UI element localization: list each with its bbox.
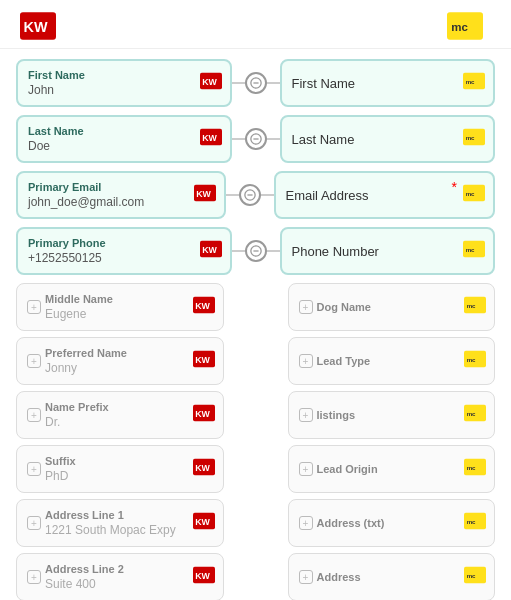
- unmapped-left-label-3: Suffix: [45, 455, 76, 467]
- svg-text:KW: KW: [195, 571, 210, 581]
- connector-2: [226, 184, 274, 206]
- svg-text:mc: mc: [467, 302, 476, 309]
- unmapped-left-text-5: Address Line 2 Suite 400: [45, 563, 124, 591]
- plus-icon-left-3: +: [27, 462, 41, 476]
- mc-field-1: Last Name mc: [280, 115, 496, 163]
- svg-text:KW: KW: [202, 245, 217, 255]
- svg-text:mc: mc: [466, 78, 475, 85]
- mc-field-0: First Name mc: [280, 59, 496, 107]
- unmapped-right-label-2: listings: [317, 409, 356, 421]
- svg-text:mc: mc: [466, 190, 475, 197]
- connector-icon-0[interactable]: [245, 72, 267, 94]
- unmapped-left-value-5: Suite 400: [45, 577, 124, 591]
- svg-text:KW: KW: [196, 189, 211, 199]
- unmapped-left-label-2: Name Prefix: [45, 401, 109, 413]
- kw-badge-3: KW: [200, 240, 222, 262]
- svg-text:mc: mc: [466, 246, 475, 253]
- kw-field-value-2: john_doe@gmail.com: [28, 195, 188, 209]
- connector-icon-2[interactable]: [239, 184, 261, 206]
- unmapped-left-value-1: Jonny: [45, 361, 127, 375]
- plus-icon-right-4: +: [299, 516, 313, 530]
- kw-badge-unmapped-4: KW: [193, 512, 215, 534]
- mapping-content: First Name John KW First Name mc Last Na…: [0, 49, 511, 600]
- kw-badge-unmapped-3: KW: [193, 458, 215, 480]
- mc-badge-unmapped-0: mc: [464, 296, 486, 318]
- mc-badge-unmapped-2: mc: [464, 404, 486, 426]
- kw-badge-1: KW: [200, 128, 222, 150]
- unmapped-left-label-1: Preferred Name: [45, 347, 127, 359]
- kw-field-value-1: Doe: [28, 139, 194, 153]
- kw-field-0: First Name John KW: [16, 59, 232, 107]
- unmapped-left-content-1: + Preferred Name Jonny: [27, 347, 187, 375]
- plus-icon-left-1: +: [27, 354, 41, 368]
- plus-icon-left-4: +: [27, 516, 41, 530]
- unmapped-left-text-2: Name Prefix Dr.: [45, 401, 109, 429]
- unmapped-left-content-3: + Suffix PhD: [27, 455, 187, 483]
- kw-badge-unmapped-2: KW: [193, 404, 215, 426]
- unmapped-right-2: + listings mc: [288, 391, 496, 439]
- svg-text:mc: mc: [466, 134, 475, 141]
- svg-text:KW: KW: [202, 77, 217, 87]
- kw-badge-2: KW: [194, 184, 216, 206]
- plus-icon-left-0: +: [27, 300, 41, 314]
- mc-badge-0: mc: [463, 72, 485, 94]
- unmapped-left-4: + Address Line 1 1221 South Mopac Expy K…: [16, 499, 224, 547]
- required-star-2: *: [452, 179, 457, 195]
- svg-text:mc: mc: [467, 356, 476, 363]
- svg-text:mc: mc: [467, 572, 476, 579]
- unmapped-left-content-0: + Middle Name Eugene: [27, 293, 187, 321]
- unmapped-left-label-5: Address Line 2: [45, 563, 124, 575]
- unmapped-right-4: + Address (txt) mc: [288, 499, 496, 547]
- unmapped-right-label-1: Lead Type: [317, 355, 371, 367]
- unmapped-left-text-1: Preferred Name Jonny: [45, 347, 127, 375]
- plus-icon-right-5: +: [299, 570, 313, 584]
- svg-text:KW: KW: [195, 301, 210, 311]
- unmapped-right-label-4: Address (txt): [317, 517, 385, 529]
- svg-text:KW: KW: [195, 355, 210, 365]
- unmapped-left-value-0: Eugene: [45, 307, 113, 321]
- unmapped-left-value-3: PhD: [45, 469, 76, 483]
- unmapped-left-text-0: Middle Name Eugene: [45, 293, 113, 321]
- unmapped-right-5: + Address mc: [288, 553, 496, 600]
- mc-badge-unmapped-5: mc: [464, 566, 486, 588]
- svg-text:KW: KW: [195, 463, 210, 473]
- mc-field-label-0: First Name: [292, 76, 356, 91]
- mc-field-2: * Email Address mc: [274, 171, 496, 219]
- plus-icon-left-2: +: [27, 408, 41, 422]
- connector-icon-1[interactable]: [245, 128, 267, 150]
- svg-text:KW: KW: [195, 517, 210, 527]
- unmapped-left-col: + Middle Name Eugene KW + Preferred Name…: [16, 283, 224, 600]
- unmapped-section: + Middle Name Eugene KW + Preferred Name…: [16, 283, 495, 600]
- mapped-row-1: Last Name Doe KW Last Name mc: [16, 115, 495, 163]
- connector-3: [232, 240, 280, 262]
- unmapped-right-1: + Lead Type mc: [288, 337, 496, 385]
- mc-field-label-3: Phone Number: [292, 244, 379, 259]
- unmapped-right-label-0: Dog Name: [317, 301, 371, 313]
- connector-icon-3[interactable]: [245, 240, 267, 262]
- mailchimp-logo-icon: mc: [447, 12, 483, 40]
- mc-badge-2: mc: [463, 184, 485, 206]
- unmapped-left-2: + Name Prefix Dr. KW: [16, 391, 224, 439]
- kw-field-label-0: First Name: [28, 69, 194, 81]
- plus-icon-left-5: +: [27, 570, 41, 584]
- kw-logo-icon: KW: [20, 12, 56, 40]
- plus-icon-right-2: +: [299, 408, 313, 422]
- unmapped-left-text-4: Address Line 1 1221 South Mopac Expy: [45, 509, 176, 537]
- mapped-row-0: First Name John KW First Name mc: [16, 59, 495, 107]
- mc-badge-unmapped-4: mc: [464, 512, 486, 534]
- kw-field-label-3: Primary Phone: [28, 237, 194, 249]
- mailchimp-branding: mc: [447, 12, 491, 40]
- plus-icon-right-3: +: [299, 462, 313, 476]
- unmapped-right-content-0: + Dog Name: [299, 300, 459, 314]
- unmapped-left-label-0: Middle Name: [45, 293, 113, 305]
- unmapped-left-content-4: + Address Line 1 1221 South Mopac Expy: [27, 509, 187, 537]
- unmapped-left-1: + Preferred Name Jonny KW: [16, 337, 224, 385]
- unmapped-right-content-5: + Address: [299, 570, 459, 584]
- kw-badge-unmapped-0: KW: [193, 296, 215, 318]
- kw-branding: KW: [20, 12, 64, 40]
- app-header: KW mc: [0, 0, 511, 49]
- unmapped-right-3: + Lead Origin mc: [288, 445, 496, 493]
- mapped-row-2: Primary Email john_doe@gmail.com KW * Em…: [16, 171, 495, 219]
- unmapped-left-value-2: Dr.: [45, 415, 109, 429]
- unmapped-left-value-4: 1221 South Mopac Expy: [45, 523, 176, 537]
